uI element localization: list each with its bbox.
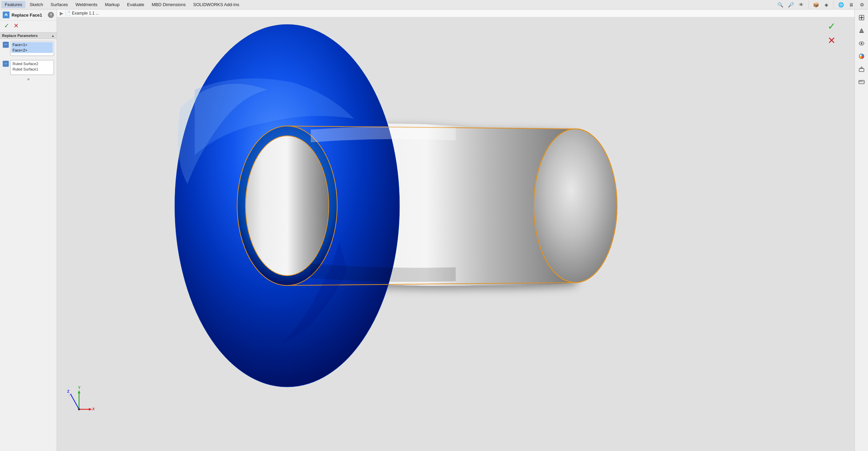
menu-surfaces[interactable]: Surfaces — [47, 1, 71, 8]
panel-bottom-handle — [0, 77, 57, 82]
section-label: Replace Parameters — [2, 34, 38, 38]
menu-sketch[interactable]: Sketch — [26, 1, 46, 8]
menu-bar: Features Sketch Surfaces Weldments Marku… — [0, 0, 868, 9]
svg-text:X: X — [92, 407, 94, 411]
svg-text:Y: Y — [78, 386, 81, 390]
svg-point-27 — [860, 81, 861, 81]
box-btn[interactable]: 📦 — [811, 0, 821, 9]
view-orientation-btn[interactable] — [856, 12, 867, 23]
breadcrumb-icon: 📄 — [65, 11, 71, 16]
action-row: ✓ ✕ — [0, 21, 57, 31]
settings-btn[interactable]: ⚙ — [857, 0, 867, 9]
scene-btn[interactable]: 🖥 — [847, 0, 856, 9]
breadcrumb-arrow: ▶ — [60, 11, 63, 16]
surfaces-icon — [3, 61, 9, 67]
svg-marker-11 — [89, 408, 92, 411]
section-header-replace-params[interactable]: Replace Parameters ▲ — [0, 32, 57, 39]
replace-parameters-section: Replace Parameters ▲ Face<1> Face<2> — [0, 32, 57, 77]
surface1-item[interactable]: Ruled Surface1 — [11, 66, 53, 72]
sep2 — [833, 1, 834, 9]
svg-point-28 — [861, 81, 862, 81]
section-chevron: ▲ — [51, 34, 55, 38]
zoom-btn[interactable]: 🔎 — [786, 0, 795, 9]
display-mode-btn[interactable] — [856, 25, 867, 36]
faces-listbox[interactable]: Face<1> Face<2> — [10, 41, 54, 56]
appearance-btn[interactable] — [856, 51, 867, 62]
face2-item[interactable]: Face<2> — [11, 47, 53, 53]
breadcrumb-bar: ▶ 📄 Example 1.1 ... — [57, 9, 854, 17]
big-accept-button[interactable]: ✓ — [825, 20, 837, 32]
hide-show-btn[interactable] — [856, 38, 867, 49]
left-panel: Replace Face1 ? ✓ ✕ Replace Parameters ▲ — [0, 9, 57, 451]
svg-marker-8 — [78, 391, 80, 393]
end-cap-ellipse — [534, 129, 617, 282]
surfaces-list-row: Ruled Surface2 Ruled Surface1 — [1, 59, 55, 76]
surface2-item[interactable]: Ruled Surface2 — [11, 61, 53, 66]
cancel-button[interactable]: ✕ — [12, 22, 20, 30]
right-sidebar — [854, 9, 868, 451]
surfaces-listbox[interactable]: Ruled Surface2 Ruled Surface1 — [10, 60, 54, 75]
menu-features[interactable]: Features — [1, 1, 25, 8]
svg-rect-24 — [859, 68, 864, 72]
svg-rect-2 — [4, 62, 7, 65]
svg-point-1 — [4, 43, 7, 46]
face1-item[interactable]: Face<1> — [11, 42, 53, 47]
panel-icon — [3, 12, 9, 18]
svg-point-15 — [861, 17, 863, 19]
main-area: Replace Face1 ? ✓ ✕ Replace Parameters ▲ — [0, 9, 868, 451]
svg-line-4 — [71, 394, 79, 409]
handle-dot — [27, 78, 30, 80]
panel-resize-handle[interactable] — [55, 9, 57, 451]
faces-list-row: Face<1> Face<2> — [1, 40, 55, 57]
view-settings-btn-right[interactable] — [856, 77, 867, 87]
model-svg — [57, 17, 854, 451]
faces-icon — [3, 42, 9, 48]
orient-btn[interactable]: 🌐 — [836, 0, 846, 9]
viewport-3d[interactable]: Z Y X ✓ ✕ — [57, 17, 854, 442]
scene-btn-right[interactable] — [856, 64, 867, 75]
svg-text:Z: Z — [67, 389, 70, 393]
menu-markup[interactable]: Markup — [101, 1, 123, 8]
menu-addins[interactable]: SOLIDWORKS Add-Ins — [190, 1, 243, 8]
coordinate-axes: Z Y X — [64, 384, 94, 414]
breadcrumb-text: Example 1.1 ... — [72, 11, 99, 16]
help-button[interactable]: ? — [48, 12, 54, 18]
view-btn[interactable]: 👁 — [796, 0, 806, 9]
panel-title: Replace Face1 — [12, 13, 46, 18]
section-content-surfaces: Ruled Surface2 Ruled Surface1 — [0, 58, 57, 77]
search-btn[interactable]: 🔍 — [775, 0, 785, 9]
svg-point-22 — [861, 43, 862, 44]
inner-hole — [246, 136, 329, 275]
menu-mbd[interactable]: MBD Dimensions — [148, 1, 189, 8]
svg-point-13 — [78, 408, 80, 410]
sep1 — [808, 1, 809, 9]
accept-button[interactable]: ✓ — [3, 22, 10, 30]
top-right-actions: ✓ ✕ — [825, 20, 837, 46]
section-content-faces: Face<1> Face<2> — [0, 39, 57, 58]
display-btn[interactable]: ◈ — [822, 0, 831, 9]
viewport: ▶ 📄 Example 1.1 ... — [57, 9, 854, 451]
big-cancel-button[interactable]: ✕ — [825, 34, 837, 46]
menu-evaluate[interactable]: Evaluate — [124, 1, 148, 8]
panel-header: Replace Face1 ? — [0, 9, 57, 21]
menu-weldments[interactable]: Weldments — [72, 1, 101, 8]
